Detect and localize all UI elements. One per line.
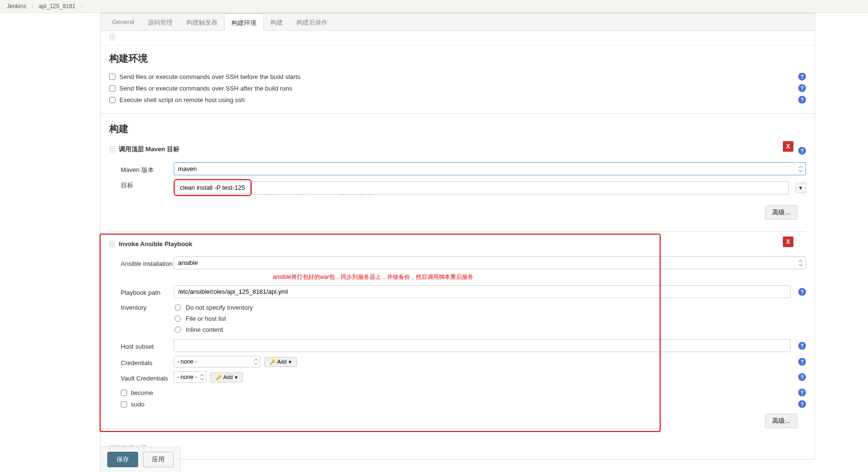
help-icon[interactable]: ? bbox=[798, 373, 806, 381]
credentials-select[interactable]: - none - bbox=[174, 356, 260, 367]
maven-version-label: Maven 版本 bbox=[121, 164, 174, 174]
save-button[interactable]: 保存 bbox=[107, 452, 138, 459]
build-title: 构建 bbox=[109, 122, 806, 135]
help-icon[interactable]: ? bbox=[798, 342, 806, 350]
ansible-step-title: Invoke Ansible Playbook bbox=[119, 240, 192, 248]
delete-step-button[interactable]: X bbox=[783, 236, 793, 247]
tab-build[interactable]: 构建 bbox=[264, 13, 290, 30]
host-subset-label: Host subset bbox=[121, 341, 174, 350]
ansible-annotation: ansible将打包好的war包，同步到服务器上，并做备份，然后调用脚本重启服务 bbox=[273, 274, 473, 280]
inventory-inline-radio[interactable] bbox=[175, 327, 181, 333]
maven-goals-input[interactable] bbox=[176, 181, 251, 194]
breadcrumb-root[interactable]: Jenkins bbox=[7, 3, 26, 10]
build-section: 构建 bbox=[101, 116, 815, 135]
ssh-remote-checkbox[interactable] bbox=[109, 97, 115, 103]
add-credentials-button[interactable]: 🔑Add▾ bbox=[264, 357, 297, 367]
key-icon: 🔑 bbox=[269, 359, 275, 365]
help-icon[interactable]: ? bbox=[798, 73, 806, 80]
ssh-before-checkbox[interactable] bbox=[109, 74, 115, 80]
inventory-none-label: Do not specify Inventory bbox=[186, 304, 253, 311]
breadcrumb: Jenkins › api_125_8181 › bbox=[0, 0, 868, 13]
apply-button[interactable]: 应用 bbox=[143, 452, 174, 459]
tab-general[interactable]: General bbox=[105, 13, 141, 30]
config-tabs: General 源码管理 构建触发器 构建环境 构建 构建后操作 bbox=[101, 13, 815, 31]
inventory-file-radio[interactable] bbox=[175, 315, 181, 322]
ssh-before-label: Send files or execute commands over SSH … bbox=[119, 73, 798, 80]
add-build-step-button[interactable]: 增加构建步骤▾ bbox=[101, 440, 815, 459]
chevron-right-icon: › bbox=[81, 4, 82, 9]
build-env-title: 构建环境 bbox=[109, 52, 806, 65]
help-icon[interactable]: ? bbox=[798, 288, 806, 296]
build-env-section: 构建环境 Send files or execute commands over… bbox=[101, 45, 815, 109]
playbook-path-input[interactable] bbox=[174, 285, 791, 298]
playbook-path-label: Playbook path bbox=[121, 287, 174, 296]
delete-step-button[interactable]: X bbox=[783, 141, 793, 152]
credentials-label: Credentials bbox=[121, 357, 174, 367]
drag-handle-icon[interactable] bbox=[109, 146, 115, 153]
ansible-install-select[interactable]: ansible bbox=[174, 256, 806, 269]
help-icon[interactable]: ? bbox=[798, 358, 806, 366]
help-icon[interactable]: ? bbox=[798, 84, 806, 92]
vault-credentials-label: Vault Credentials bbox=[121, 373, 174, 382]
maven-step: 调用顶层 Maven 目标 X ? Maven 版本 maven 目标 bbox=[101, 141, 815, 226]
breadcrumb-project[interactable]: api_125_8181 bbox=[39, 3, 76, 10]
ansible-step: Invoke Ansible Playbook X Ansible instal… bbox=[101, 236, 815, 435]
help-icon[interactable]: ? bbox=[798, 147, 806, 155]
chevron-right-icon: › bbox=[32, 4, 33, 9]
key-icon: 🔑 bbox=[216, 375, 221, 380]
footer-buttons: 保存 应用 bbox=[100, 446, 181, 459]
inventory-none-radio[interactable] bbox=[175, 304, 181, 311]
help-icon[interactable]: ? bbox=[798, 400, 806, 408]
add-vault-credentials-button[interactable]: 🔑Add▾ bbox=[210, 372, 243, 382]
tab-build-env[interactable]: 构建环境 bbox=[224, 13, 264, 31]
maven-step-title: 调用顶层 Maven 目标 bbox=[119, 145, 179, 154]
become-label: become bbox=[131, 389, 798, 396]
ssh-after-label: Send files or execute commands over SSH … bbox=[119, 85, 798, 92]
help-icon[interactable]: ? bbox=[798, 389, 806, 396]
host-subset-input[interactable] bbox=[174, 339, 791, 352]
maven-goals-label: 目标 bbox=[121, 179, 174, 190]
inventory-label: Inventory bbox=[121, 302, 174, 311]
ssh-remote-label: Execute shell script on remote host usin… bbox=[119, 96, 798, 104]
become-checkbox[interactable] bbox=[121, 390, 127, 396]
sudo-label: sudo bbox=[131, 401, 798, 408]
tab-triggers[interactable]: 构建触发器 bbox=[179, 13, 224, 30]
sudo-checkbox[interactable] bbox=[121, 401, 127, 407]
ssh-after-checkbox[interactable] bbox=[109, 85, 115, 92]
maven-version-select[interactable]: maven bbox=[174, 162, 806, 175]
maven-advanced-button[interactable]: 高级... bbox=[765, 205, 797, 220]
ansible-advanced-button[interactable]: 高级... bbox=[765, 414, 797, 428]
tab-scm[interactable]: 源码管理 bbox=[141, 13, 179, 30]
drag-handle-icon[interactable] bbox=[109, 241, 115, 248]
inventory-inline-label: Inline content bbox=[186, 326, 223, 333]
ansible-install-label: Ansible installation bbox=[121, 258, 174, 267]
tab-post[interactable]: 构建后操作 bbox=[290, 13, 334, 30]
inventory-file-label: File or host list bbox=[186, 315, 226, 322]
vault-credentials-select[interactable]: - none - bbox=[174, 371, 206, 383]
help-icon[interactable]: ? bbox=[798, 96, 806, 104]
expand-button[interactable]: ▼ bbox=[795, 183, 806, 193]
